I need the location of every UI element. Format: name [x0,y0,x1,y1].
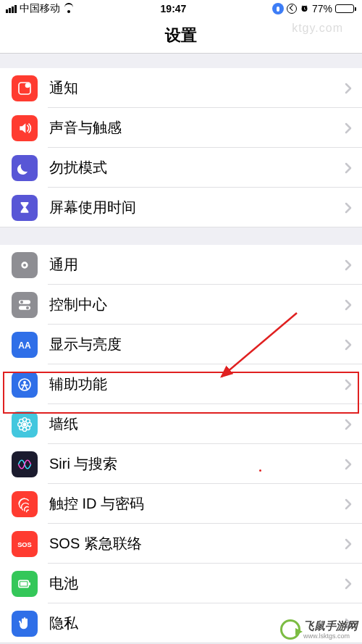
settings-group: 通用控制中心AA显示与亮度辅助功能墙纸Siri 与搜索触控 ID 与密码SOSS… [0,245,362,643]
dnd-icon [12,155,38,181]
chevron-right-icon [345,162,362,174]
settings-row-wallpaper[interactable]: 墙纸 [0,404,362,444]
svg-rect-22 [20,582,27,585]
row-label: Siri 与搜索 [49,454,345,474]
settings-row-sounds[interactable]: 声音与触感 [0,108,362,148]
battery-icon [12,571,38,597]
settings-list: 通知声音与触感勿扰模式屏幕使用时间通用控制中心AA显示与亮度辅助功能墙纸Siri… [0,68,362,643]
general-icon [12,252,38,278]
row-label: 电池 [49,574,345,593]
settings-row-battery[interactable]: 电池 [0,564,362,603]
alarm-icon [300,4,309,13]
settings-row-accessibility[interactable]: 辅助功能 [0,364,362,404]
signal-icon [6,5,17,13]
status-time: 19:47 [161,3,187,14]
settings-row-sos[interactable]: SOSSOS 紧急联络 [0,524,362,564]
svg-point-1 [25,83,30,88]
battery-pct: 77% [312,3,332,14]
settings-row-notifications[interactable]: 通知 [0,68,362,108]
svg-point-15 [26,419,30,422]
svg-text:AA: AA [18,340,31,350]
row-label: SOS 紧急联络 [49,534,345,553]
svg-rect-21 [29,582,30,585]
row-label: 勿扰模式 [49,158,345,177]
chevron-right-icon [345,498,362,510]
siri-icon [12,451,38,477]
row-label: 通用 [49,255,345,275]
watermark-url: www.lsktgs.com [303,633,358,640]
row-label: 屏幕使用时间 [49,198,345,217]
settings-row-control[interactable]: 控制中心 [0,285,362,325]
chevron-right-icon [345,419,362,430]
voice-control-icon [272,3,284,14]
privacy-icon [12,611,38,637]
settings-row-touchid[interactable]: 触控 ID 与密码 [0,484,362,524]
svg-point-17 [26,426,30,430]
chevron-right-icon [345,83,362,94]
touchid-icon [12,491,38,517]
row-label: 墙纸 [49,414,345,434]
svg-point-4 [20,301,23,304]
sounds-icon [12,115,38,141]
faint-watermark: ktgy.com [292,22,343,35]
row-label: 辅助功能 [49,375,345,394]
accessibility-icon [12,372,38,398]
screentime-icon [12,195,38,221]
chevron-right-icon [345,578,362,590]
chevron-right-icon [345,459,362,470]
row-label: 控制中心 [49,295,345,314]
settings-row-dnd[interactable]: 勿扰模式 [0,148,362,188]
sos-icon: SOS [12,531,38,557]
svg-point-14 [20,419,23,422]
svg-point-9 [22,422,26,426]
page-title: 设置 [165,25,197,46]
chevron-right-icon [345,202,362,214]
battery-icon [335,4,356,13]
annotation-dot [259,469,261,472]
watermark-brand: 飞鼠手游网 [303,619,358,632]
chevron-right-icon [345,538,362,550]
row-label: 通知 [49,78,345,98]
row-label: 触控 ID 与密码 [49,494,345,514]
chevron-right-icon [345,379,362,390]
watermark-logo-icon [280,619,300,640]
settings-group: 通知声音与触感勿扰模式屏幕使用时间 [0,68,362,227]
row-label: 声音与触感 [49,118,345,138]
carrier-label: 中国移动 [20,2,60,15]
svg-text:SOS: SOS [17,541,32,548]
row-label: 显示与亮度 [49,335,345,354]
chevron-right-icon [345,299,362,311]
watermark: 飞鼠手游网 www.lsktgs.com [280,619,358,640]
settings-row-display[interactable]: AA显示与亮度 [0,325,362,364]
settings-row-siri[interactable]: Siri 与搜索 [0,444,362,484]
orientation-lock-icon [287,4,297,14]
wallpaper-icon [12,411,38,438]
status-bar: 中国移动 19:47 77% [0,0,362,17]
control-icon [12,292,38,318]
chevron-right-icon [345,339,362,351]
wifi-icon [63,4,75,13]
settings-row-screentime[interactable]: 屏幕使用时间 [0,188,362,227]
display-icon: AA [12,332,38,358]
svg-point-16 [20,426,23,430]
chevron-right-icon [345,122,362,134]
settings-row-general[interactable]: 通用 [0,245,362,285]
notifications-icon [12,75,38,101]
svg-point-5 [26,306,29,309]
chevron-right-icon [345,259,362,271]
